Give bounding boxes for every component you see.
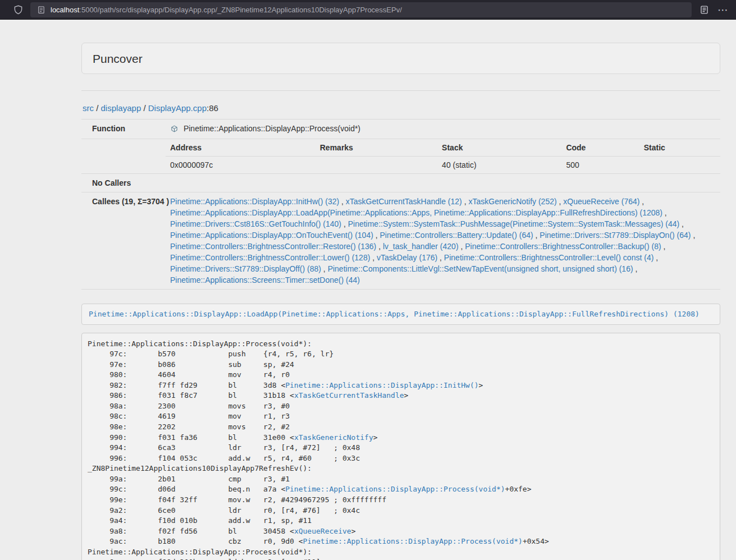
static-value — [639, 157, 720, 174]
function-stats-row: Address Remarks Stack Code Static 0x0000… — [81, 139, 720, 174]
callee-separator: , — [459, 242, 465, 251]
code-symbol-link[interactable]: Pinetime::Applications::DisplayApp::Proc… — [303, 537, 523, 545]
callee-separator: , — [633, 264, 638, 273]
callee-separator: , — [662, 208, 667, 217]
column-address: Address — [166, 139, 316, 157]
function-stats-table: Address Remarks Stack Code Static 0x0000… — [166, 139, 720, 173]
callees-row: Callees (19, Σ=3704 ) Pinetime::Applicat… — [81, 192, 720, 290]
callee-link[interactable]: Pinetime::Components::LittleVgl::SetNewT… — [328, 264, 633, 273]
browser-menu-icon[interactable]: ⋯ — [716, 3, 730, 16]
callee-separator: , — [557, 197, 564, 206]
callee-link[interactable]: Pinetime::Controllers::BrightnessControl… — [444, 253, 653, 262]
callee-link[interactable]: vTaskDelay (176) — [377, 253, 437, 262]
callee-link[interactable]: Pinetime::Applications::Screens::Timer::… — [170, 276, 360, 284]
breadcrumb: src / displayapp / DisplayApp.cpp:86 — [83, 103, 720, 114]
callee-separator: , — [437, 253, 444, 262]
callee-link[interactable]: xTaskGenericNotify (252) — [468, 197, 556, 206]
callee-separator: , — [679, 219, 684, 228]
browser-window: localhost:5000/path/src/displayapp/Displ… — [0, 0, 736, 560]
column-code: Code — [561, 139, 639, 157]
callee-separator: , — [533, 231, 540, 240]
function-stats-row-label — [81, 139, 166, 174]
function-name: Pinetime::Applications::DisplayApp::Proc… — [184, 124, 360, 133]
breadcrumb-line-number: :86 — [207, 103, 218, 113]
browser-chrome: localhost:5000/path/src/displayapp/Displ… — [0, 0, 736, 20]
function-row: Function Pinetime::Applications::Display… — [81, 120, 720, 139]
highlighted-symbol-panel: Pinetime::Applications::DisplayApp::Load… — [81, 304, 720, 325]
callee-link[interactable]: Pinetime::Controllers::BrightnessControl… — [170, 253, 370, 262]
code-value: 500 — [561, 157, 639, 174]
breadcrumb-item-displayapp[interactable]: displayapp — [101, 103, 141, 113]
callee-link[interactable]: xQueueReceive (764) — [563, 197, 639, 206]
callees-label: Callees (19, Σ=3704 ) — [81, 192, 166, 290]
column-static: Static — [639, 139, 720, 157]
url-host: localhost — [51, 6, 79, 14]
address-value: 0x0000097c — [166, 157, 316, 174]
function-row-label: Function — [81, 120, 166, 139]
highlighted-symbol-link[interactable]: Pinetime::Applications::DisplayApp::Load… — [89, 310, 700, 318]
callee-link[interactable]: xTaskGetCurrentTaskHandle (12) — [346, 197, 462, 206]
callee-link[interactable]: Pinetime::Controllers::Battery::Update()… — [380, 231, 533, 240]
code-symbol-link[interactable]: Pinetime::Applications::DisplayApp::Init… — [285, 381, 478, 389]
stack-value: 40 (static) — [437, 157, 561, 174]
column-stack: Stack — [437, 139, 561, 157]
no-callers-row: No Callers — [81, 174, 720, 192]
callee-link[interactable]: Pinetime::Drivers::St7789::DisplayOn() (… — [540, 231, 691, 240]
callee-link[interactable]: Pinetime::Drivers::Cst816S::GetTouchInfo… — [170, 219, 341, 228]
disassembly-block: Pinetime::Applications::DisplayApp::Proc… — [81, 333, 720, 560]
url-bar[interactable]: localhost:5000/path/src/displayapp/Displ… — [30, 2, 692, 17]
callee-link[interactable]: lv_task_handler (420) — [383, 242, 459, 251]
callee-separator: , — [661, 242, 666, 251]
callee-link[interactable]: Pinetime::Controllers::BrightnessControl… — [170, 242, 376, 251]
callee-separator: , — [339, 197, 346, 206]
callee-link[interactable]: Pinetime::Controllers::BrightnessControl… — [465, 242, 661, 251]
url-text: localhost:5000/path/src/displayapp/Displ… — [51, 6, 402, 14]
callee-separator: , — [653, 253, 658, 262]
callee-link[interactable]: Pinetime::Drivers::St7789::DisplayOff() … — [170, 264, 321, 273]
callee-separator: , — [639, 197, 644, 206]
breadcrumb-item-src[interactable]: src — [83, 103, 94, 113]
shield-icon[interactable] — [11, 3, 25, 16]
callee-link[interactable]: Pinetime::Applications::DisplayApp::OnTo… — [170, 231, 373, 240]
stats-header-row: Address Remarks Stack Code Static — [166, 139, 720, 157]
remarks-value — [316, 157, 437, 174]
page-content: Puncover src / displayapp / DisplayApp.c… — [81, 43, 720, 560]
callee-link[interactable]: Pinetime::Applications::DisplayApp::Init… — [170, 197, 339, 206]
function-table: Function Pinetime::Applications::Display… — [81, 119, 720, 290]
page-title-box: Puncover — [81, 43, 720, 74]
page-title: Puncover — [93, 52, 709, 66]
callee-separator: , — [376, 242, 383, 251]
code-symbol-link[interactable]: Pinetime::Applications::DisplayApp::Proc… — [285, 485, 505, 493]
no-callers-label: No Callers — [81, 174, 166, 192]
stats-value-row: 0x0000097c 40 (static) 500 — [166, 157, 720, 174]
callee-separator: , — [321, 264, 328, 273]
url-path: :5000/path/src/displayapp/DisplayApp.cpp… — [79, 6, 402, 14]
callee-link[interactable]: Pinetime::System::SystemTask::PushMessag… — [348, 219, 680, 228]
breadcrumb-separator: / — [141, 103, 148, 113]
callee-separator: , — [341, 219, 348, 228]
code-symbol-link[interactable]: xQueueReceive — [294, 527, 351, 535]
callee-separator: , — [691, 231, 696, 240]
page-info-icon[interactable] — [36, 4, 46, 15]
callee-separator: , — [370, 253, 377, 262]
callees-list: Pinetime::Applications::DisplayApp::Init… — [166, 192, 720, 290]
callee-separator: , — [373, 231, 380, 240]
function-icon — [171, 124, 178, 135]
callee-separator: , — [462, 197, 469, 206]
reader-view-icon[interactable] — [697, 3, 711, 16]
breadcrumb-separator: / — [94, 103, 101, 113]
code-symbol-link[interactable]: xTaskGetCurrentTaskHandle — [294, 391, 404, 400]
code-symbol-link[interactable]: xTaskGenericNotify — [294, 433, 373, 442]
breadcrumb-item-displayapp.cpp[interactable]: DisplayApp.cpp — [148, 103, 207, 113]
callee-link[interactable]: Pinetime::Applications::DisplayApp::Load… — [170, 208, 662, 217]
column-remarks: Remarks — [316, 139, 437, 157]
divider — [81, 90, 720, 91]
